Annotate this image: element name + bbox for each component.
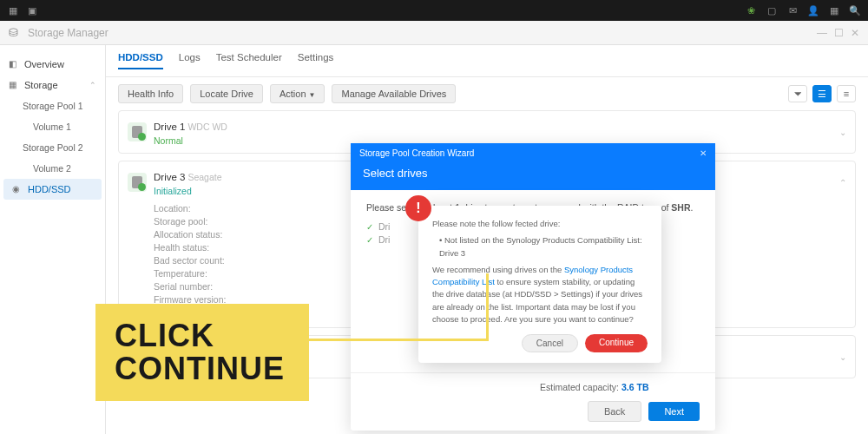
chevron-down-icon: ▼ — [309, 91, 316, 99]
locate-drive-button[interactable]: Locate Drive — [190, 84, 263, 103]
chevron-down-icon[interactable]: ⌄ — [839, 128, 846, 137]
dashboard-icon: ◧ — [9, 59, 19, 69]
monitor-icon[interactable]: ▢ — [766, 4, 778, 16]
sidebar-hdd-ssd[interactable]: ◉HDD/SSD — [3, 179, 102, 200]
drive-status-icon — [128, 122, 147, 141]
user-icon[interactable]: 👤 — [807, 4, 819, 16]
estimated-capacity: Estimated capacity: 3.6 TB — [540, 382, 648, 392]
drive-name: Drive 3 — [154, 172, 185, 182]
warning-body: Please note the follow fected drive: Not… — [432, 218, 648, 326]
back-button[interactable]: Back — [588, 401, 641, 422]
chevron-up-icon[interactable]: ⌃ — [839, 178, 846, 187]
chevron-down-icon[interactable]: ⌄ — [839, 352, 846, 362]
tab-hdd-ssd[interactable]: HDD/SSD — [118, 52, 163, 69]
os-topbar: ▦ ▣ ❀ ▢ ✉ 👤 ▦ 🔍 — [0, 0, 868, 21]
alert-icon: ! — [405, 195, 431, 221]
minimize-icon[interactable]: — — [817, 27, 827, 39]
action-dropdown[interactable]: Action▼ — [270, 84, 326, 103]
view-list-icon[interactable]: ☰ — [812, 85, 832, 102]
sidebar: ◧Overview ▦Storage⌃ Storage Pool 1 Volum… — [0, 45, 106, 434]
maximize-icon[interactable]: ☐ — [834, 27, 844, 39]
drive-model: WDC WD — [187, 122, 227, 132]
check-icon: ✓ — [366, 235, 373, 245]
chat-icon[interactable]: ✉ — [786, 4, 799, 16]
drive-model: Seagate — [187, 172, 221, 182]
sidebar-pool1[interactable]: Storage Pool 1 — [0, 95, 105, 116]
close-icon[interactable]: ✕ — [851, 27, 859, 39]
sidebar-overview[interactable]: ◧Overview — [0, 54, 105, 75]
storage-icon: ⛁ — [9, 26, 23, 40]
check-icon: ✓ — [366, 222, 373, 232]
chevron-up-icon[interactable]: ⌃ — [89, 81, 96, 89]
leaf-icon[interactable]: ❀ — [745, 4, 757, 16]
continue-button[interactable]: Continue — [585, 334, 648, 352]
grid-icon[interactable]: ▦ — [7, 4, 19, 16]
sidebar-pool2[interactable]: Storage Pool 2 — [0, 137, 105, 158]
sidebar-vol1[interactable]: Volume 1 — [0, 116, 105, 137]
app-icon[interactable]: ▣ — [26, 4, 38, 16]
drive-status-icon — [128, 173, 147, 192]
window-titlebar: ⛁ Storage Manager — ☐ ✕ — [0, 21, 868, 45]
wizard-header: Storage Pool Creation Wizard✕ — [351, 143, 715, 163]
storage-group-icon: ▦ — [9, 80, 19, 90]
tab-logs[interactable]: Logs — [179, 52, 201, 69]
annotation-connector — [486, 273, 489, 341]
health-info-button[interactable]: Health Info — [118, 84, 183, 103]
drive-status: Normal — [154, 135, 227, 146]
next-button[interactable]: Next — [648, 402, 700, 421]
tab-bar: HDD/SSD Logs Test Scheduler Settings — [106, 45, 868, 77]
view-grid-icon[interactable]: ≡ — [837, 85, 856, 102]
close-icon[interactable]: ✕ — [700, 148, 707, 158]
manage-drives-button[interactable]: Manage Available Drives — [332, 84, 456, 103]
tab-settings[interactable]: Settings — [298, 52, 334, 69]
panel-icon[interactable]: ▦ — [828, 4, 840, 16]
search-icon[interactable]: 🔍 — [849, 4, 861, 16]
drive-status: Initialized — [154, 186, 222, 196]
wizard-title: Select drives — [351, 163, 715, 190]
cancel-button[interactable]: Cancel — [522, 334, 578, 352]
sidebar-vol2[interactable]: Volume 2 — [0, 158, 105, 179]
sidebar-storage[interactable]: ▦Storage⌃ — [0, 75, 105, 95]
window-title: Storage Manager — [28, 27, 108, 39]
disk-icon: ◉ — [12, 184, 23, 194]
tutorial-callout: CLICK CONTINUE — [95, 304, 309, 401]
tab-test-scheduler[interactable]: Test Scheduler — [216, 52, 282, 69]
filter-icon[interactable]: ⏷ — [788, 85, 807, 102]
drive-name: Drive 1 — [154, 122, 185, 132]
wizard-footer: Estimated capacity: 3.6 TB — [351, 372, 715, 401]
toolbar: Health Info Locate Drive Action▼ Manage … — [106, 77, 868, 110]
